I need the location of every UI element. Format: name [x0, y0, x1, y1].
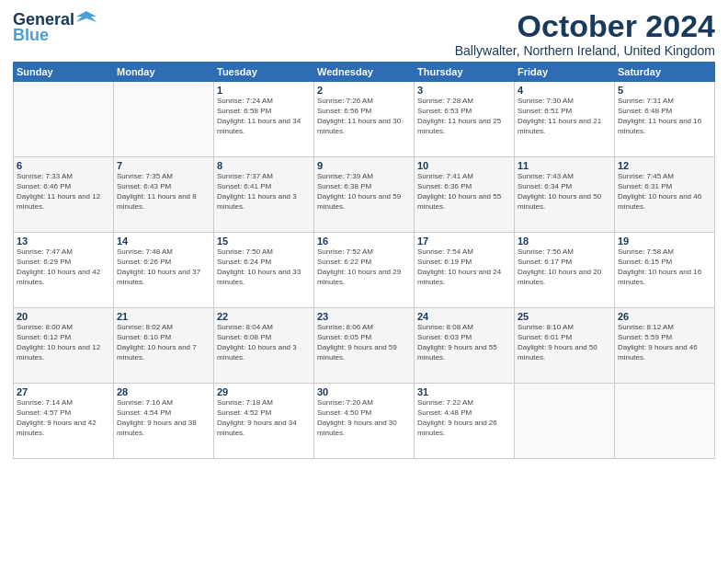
col-header-thursday: Thursday	[415, 63, 515, 82]
cell-info: Sunrise: 7:20 AMSunset: 4:50 PMDaylight:…	[317, 398, 411, 438]
col-header-saturday: Saturday	[615, 63, 715, 82]
cell-info: Sunrise: 8:10 AMSunset: 6:01 PMDaylight:…	[518, 323, 611, 362]
day-number: 15	[217, 236, 311, 247]
day-cell: 8Sunrise: 7:37 AMSunset: 6:41 PMDaylight…	[214, 157, 314, 233]
week-row-4: 20Sunrise: 8:00 AMSunset: 6:12 PMDayligh…	[14, 308, 715, 384]
day-cell	[615, 384, 715, 459]
day-number: 14	[117, 236, 210, 247]
day-number: 23	[317, 311, 411, 322]
calendar-table: SundayMondayTuesdayWednesdayThursdayFrid…	[13, 62, 715, 459]
day-number: 5	[618, 85, 711, 96]
week-row-1: 1Sunrise: 7:24 AMSunset: 6:58 PMDaylight…	[14, 82, 715, 157]
cell-info: Sunrise: 7:30 AMSunset: 6:51 PMDaylight:…	[518, 97, 611, 136]
day-number: 21	[117, 311, 210, 322]
day-cell	[14, 82, 114, 157]
month-title: October 2024	[455, 9, 715, 43]
day-cell: 25Sunrise: 8:10 AMSunset: 6:01 PMDayligh…	[515, 308, 615, 384]
day-number: 10	[417, 160, 511, 171]
day-cell: 2Sunrise: 7:26 AMSunset: 6:56 PMDaylight…	[314, 82, 415, 157]
day-cell: 16Sunrise: 7:52 AMSunset: 6:22 PMDayligh…	[314, 233, 415, 308]
cell-info: Sunrise: 7:33 AMSunset: 6:46 PMDaylight:…	[17, 172, 110, 212]
cell-info: Sunrise: 7:50 AMSunset: 6:24 PMDaylight:…	[217, 247, 311, 287]
logo-blue: Blue	[13, 26, 49, 45]
day-cell: 14Sunrise: 7:48 AMSunset: 6:26 PMDayligh…	[114, 233, 214, 308]
day-cell: 21Sunrise: 8:02 AMSunset: 6:10 PMDayligh…	[114, 308, 214, 384]
cell-info: Sunrise: 8:08 AMSunset: 6:03 PMDaylight:…	[417, 323, 511, 362]
day-number: 7	[117, 160, 210, 171]
day-cell: 3Sunrise: 7:28 AMSunset: 6:53 PMDaylight…	[415, 82, 515, 157]
day-cell: 13Sunrise: 7:47 AMSunset: 6:29 PMDayligh…	[14, 233, 114, 308]
cell-info: Sunrise: 7:47 AMSunset: 6:29 PMDaylight:…	[17, 247, 110, 287]
day-cell	[515, 384, 615, 459]
day-cell: 10Sunrise: 7:41 AMSunset: 6:36 PMDayligh…	[415, 157, 515, 233]
day-number: 12	[618, 160, 711, 171]
day-cell: 9Sunrise: 7:39 AMSunset: 6:38 PMDaylight…	[314, 157, 415, 233]
day-cell: 7Sunrise: 7:35 AMSunset: 6:43 PMDaylight…	[114, 157, 214, 233]
cell-info: Sunrise: 7:35 AMSunset: 6:43 PMDaylight:…	[117, 172, 210, 212]
cell-info: Sunrise: 8:00 AMSunset: 6:12 PMDaylight:…	[17, 323, 110, 362]
day-cell: 22Sunrise: 8:04 AMSunset: 6:08 PMDayligh…	[214, 308, 314, 384]
day-number: 29	[217, 386, 311, 397]
day-number: 18	[518, 236, 611, 247]
day-number: 22	[217, 311, 311, 322]
day-number: 13	[17, 236, 110, 247]
cell-info: Sunrise: 7:56 AMSunset: 6:17 PMDaylight:…	[518, 247, 611, 287]
cell-info: Sunrise: 7:14 AMSunset: 4:57 PMDaylight:…	[17, 398, 110, 438]
col-header-monday: Monday	[114, 63, 214, 82]
cell-info: Sunrise: 8:04 AMSunset: 6:08 PMDaylight:…	[217, 323, 311, 362]
day-number: 30	[317, 386, 411, 397]
day-cell: 24Sunrise: 8:08 AMSunset: 6:03 PMDayligh…	[415, 308, 515, 384]
day-number: 25	[518, 311, 611, 322]
day-cell: 27Sunrise: 7:14 AMSunset: 4:57 PMDayligh…	[14, 384, 114, 459]
col-header-wednesday: Wednesday	[314, 63, 415, 82]
day-number: 8	[217, 160, 311, 171]
day-number: 16	[317, 236, 411, 247]
day-cell: 19Sunrise: 7:58 AMSunset: 6:15 PMDayligh…	[615, 233, 715, 308]
cell-info: Sunrise: 8:02 AMSunset: 6:10 PMDaylight:…	[117, 323, 210, 362]
cell-info: Sunrise: 7:48 AMSunset: 6:26 PMDaylight:…	[117, 247, 210, 287]
day-cell: 29Sunrise: 7:18 AMSunset: 4:52 PMDayligh…	[214, 384, 314, 459]
day-number: 9	[317, 160, 411, 171]
day-number: 20	[17, 311, 110, 322]
cell-info: Sunrise: 7:45 AMSunset: 6:31 PMDaylight:…	[618, 172, 711, 212]
day-cell: 20Sunrise: 8:00 AMSunset: 6:12 PMDayligh…	[14, 308, 114, 384]
day-cell: 6Sunrise: 7:33 AMSunset: 6:46 PMDaylight…	[14, 157, 114, 233]
day-cell: 15Sunrise: 7:50 AMSunset: 6:24 PMDayligh…	[214, 233, 314, 308]
logo: General Blue	[13, 9, 97, 45]
day-cell: 26Sunrise: 8:12 AMSunset: 5:59 PMDayligh…	[615, 308, 715, 384]
header: General Blue October 2024 Ballywalter, N…	[13, 9, 715, 58]
cell-info: Sunrise: 7:41 AMSunset: 6:36 PMDaylight:…	[417, 172, 511, 212]
col-header-tuesday: Tuesday	[214, 63, 314, 82]
day-number: 17	[417, 236, 511, 247]
day-number: 11	[518, 160, 611, 171]
week-row-3: 13Sunrise: 7:47 AMSunset: 6:29 PMDayligh…	[14, 233, 715, 308]
cell-info: Sunrise: 7:58 AMSunset: 6:15 PMDaylight:…	[618, 247, 711, 287]
week-row-5: 27Sunrise: 7:14 AMSunset: 4:57 PMDayligh…	[14, 384, 715, 459]
cell-info: Sunrise: 8:06 AMSunset: 6:05 PMDaylight:…	[317, 323, 411, 362]
day-number: 4	[518, 85, 611, 96]
cell-info: Sunrise: 7:16 AMSunset: 4:54 PMDaylight:…	[117, 398, 210, 438]
day-cell: 18Sunrise: 7:56 AMSunset: 6:17 PMDayligh…	[515, 233, 615, 308]
cell-info: Sunrise: 7:52 AMSunset: 6:22 PMDaylight:…	[317, 247, 411, 287]
day-cell: 28Sunrise: 7:16 AMSunset: 4:54 PMDayligh…	[114, 384, 214, 459]
title-block: October 2024 Ballywalter, Northern Irela…	[455, 9, 715, 58]
cell-info: Sunrise: 7:28 AMSunset: 6:53 PMDaylight:…	[417, 97, 511, 136]
cell-info: Sunrise: 7:24 AMSunset: 6:58 PMDaylight:…	[217, 97, 311, 136]
day-cell: 5Sunrise: 7:31 AMSunset: 6:48 PMDaylight…	[615, 82, 715, 157]
cell-info: Sunrise: 7:43 AMSunset: 6:34 PMDaylight:…	[518, 172, 611, 212]
day-number: 19	[618, 236, 711, 247]
day-cell: 30Sunrise: 7:20 AMSunset: 4:50 PMDayligh…	[314, 384, 415, 459]
day-cell: 17Sunrise: 7:54 AMSunset: 6:19 PMDayligh…	[415, 233, 515, 308]
day-number: 28	[117, 386, 210, 397]
location-subtitle: Ballywalter, Northern Ireland, United Ki…	[455, 43, 715, 58]
day-number: 3	[417, 85, 511, 96]
svg-marker-0	[76, 11, 97, 22]
col-header-friday: Friday	[515, 63, 615, 82]
day-cell: 11Sunrise: 7:43 AMSunset: 6:34 PMDayligh…	[515, 157, 615, 233]
cell-info: Sunrise: 7:18 AMSunset: 4:52 PMDaylight:…	[217, 398, 311, 438]
day-number: 24	[417, 311, 511, 322]
cell-info: Sunrise: 7:39 AMSunset: 6:38 PMDaylight:…	[317, 172, 411, 212]
day-number: 27	[17, 386, 110, 397]
day-cell: 31Sunrise: 7:22 AMSunset: 4:48 PMDayligh…	[415, 384, 515, 459]
day-number: 26	[618, 311, 711, 322]
